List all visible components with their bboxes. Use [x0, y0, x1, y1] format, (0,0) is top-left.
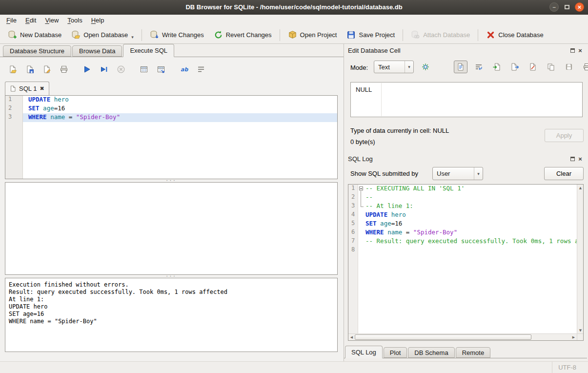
menu-file[interactable]: File — [2, 15, 21, 26]
stop-icon — [117, 65, 125, 74]
close-panel-button[interactable]: × — [576, 155, 584, 163]
menu-edit[interactable]: Edit — [21, 15, 41, 26]
word-wrap-button[interactable] — [194, 63, 208, 76]
mode-select[interactable]: Text ▾ — [374, 61, 414, 73]
tab-execute-sql[interactable]: Execute SQL — [123, 44, 174, 57]
open-sql-file-button[interactable] — [6, 63, 20, 76]
close-database-button[interactable]: Close Database — [481, 28, 548, 42]
log-horizontal-scrollbar[interactable]: ◀ ▶ — [348, 333, 583, 340]
import-cell-button[interactable] — [490, 61, 504, 73]
open-project-button[interactable]: Open Project — [283, 28, 342, 42]
write-changes-button[interactable]: Write Changes — [145, 28, 209, 42]
copy-cell-button[interactable] — [544, 61, 558, 73]
code-line: SET age=16 — [23, 104, 337, 113]
tab-remote[interactable]: Remote — [456, 347, 491, 358]
save-cell-button[interactable] — [562, 61, 576, 73]
menu-view[interactable]: View — [41, 15, 63, 26]
editor-results-splitter[interactable]: ··· — [5, 179, 338, 182]
log-code-area[interactable]: -- EXECUTING ALL IN 'SQL 1'---- At line … — [365, 185, 577, 333]
code-line: UPDATE hero — [23, 96, 337, 104]
results-grid[interactable] — [5, 182, 338, 275]
save-project-label: Save Project — [359, 31, 395, 39]
editor-line-number-gutter: 123 — [5, 96, 23, 179]
text-mode-button[interactable] — [454, 61, 467, 73]
save-sql-file-as-button[interactable] — [40, 63, 54, 76]
sql-tab-label: SQL 1 — [19, 85, 37, 92]
open-database-dropdown-arrow[interactable]: ▾ — [131, 35, 134, 40]
apply-button[interactable]: Apply — [545, 129, 584, 142]
print-cell-button[interactable] — [580, 61, 588, 73]
fold-collapse-icon[interactable] — [358, 185, 365, 193]
save-cell-icon — [565, 62, 573, 71]
open-sql-file-icon — [8, 65, 17, 74]
attach-database-button[interactable]: Attach Database — [406, 28, 475, 42]
save-sql-file-button[interactable] — [23, 63, 37, 76]
close-panel-button[interactable]: × — [576, 46, 584, 54]
clear-log-button[interactable]: Clear — [544, 167, 584, 180]
chevron-down-icon: ▾ — [474, 167, 483, 180]
main-toolbar: New Database Open Database ▾ Write Chang… — [0, 26, 588, 44]
export-cell-button[interactable] — [508, 61, 522, 73]
log-filter-select[interactable]: User ▾ — [432, 167, 483, 180]
fold-gutter-cell — [358, 220, 365, 228]
float-panel-button[interactable] — [568, 46, 576, 54]
results-message-splitter[interactable]: ··· — [5, 274, 338, 277]
maximize-button[interactable] — [562, 2, 571, 12]
format-sql-button[interactable]: ab — [177, 63, 191, 76]
open-results-button[interactable] — [137, 63, 151, 76]
word-wrap-button[interactable] — [472, 61, 486, 73]
revert-changes-button[interactable]: Revert Changes — [209, 28, 277, 42]
line-number: 3 — [5, 113, 22, 122]
tab-browse-data[interactable]: Browse Data — [72, 45, 122, 57]
scroll-up-icon[interactable]: ▲ — [577, 185, 583, 191]
scrollbar-track[interactable] — [355, 334, 570, 340]
scrollbar-track[interactable] — [577, 191, 583, 327]
close-sql-tab-icon[interactable]: ✖ — [40, 86, 44, 91]
execution-message-box[interactable]: Execution finished without errors. Resul… — [5, 278, 338, 352]
scroll-right-icon[interactable]: ▶ — [570, 334, 577, 340]
log-fold-gutter — [358, 185, 365, 333]
auto-switch-mode-button[interactable] — [419, 61, 432, 73]
tab-plot[interactable]: Plot — [384, 347, 407, 358]
stop-execution-button[interactable] — [114, 63, 128, 76]
print-sql-button[interactable] — [57, 63, 71, 76]
log-vertical-scrollbar[interactable]: ▲ ▼ — [577, 185, 583, 333]
word-wrap-icon — [197, 65, 205, 74]
menu-tools[interactable]: Tools — [63, 15, 86, 26]
set-null-button[interactable] — [526, 61, 540, 73]
execute-all-button[interactable] — [80, 63, 94, 76]
scroll-left-icon[interactable]: ◀ — [348, 334, 355, 340]
tab-database-structure[interactable]: Database Structure — [3, 45, 71, 57]
open-project-label: Open Project — [300, 31, 337, 39]
float-panel-button[interactable] — [568, 155, 576, 163]
cell-size-info: 0 byte(s) — [350, 138, 375, 145]
fold-gutter-cell — [358, 246, 365, 255]
sql-editor-tab[interactable]: SQL 1 ✖ — [5, 82, 49, 95]
close-database-icon — [486, 30, 495, 40]
save-project-button[interactable]: Save Project — [342, 28, 400, 42]
scroll-down-icon[interactable]: ▼ — [577, 327, 583, 333]
tab-sql-log[interactable]: SQL Log — [345, 346, 383, 358]
code-line: -- At line 1: — [365, 202, 577, 211]
menu-help[interactable]: Help — [87, 15, 109, 26]
tab-db-schema[interactable]: DB Schema — [408, 347, 454, 358]
sql-editor[interactable]: 123 UPDATE heroSET age=16WHERE name = "S… — [5, 95, 338, 179]
scrollbar-thumb[interactable] — [355, 334, 531, 340]
sql-log-view[interactable]: 12345678 -- EXECUTING ALL IN 'SQL 1'----… — [348, 184, 584, 341]
new-database-button[interactable]: New Database — [3, 28, 66, 42]
titlebar[interactable]: DB Browser for SQLite - /home/user/code/… — [0, 0, 588, 15]
cell-editor[interactable]: NULL — [350, 82, 583, 117]
minimize-button[interactable]: − — [549, 2, 559, 12]
export-results-button[interactable] — [154, 63, 168, 76]
execute-current-line-button[interactable] — [97, 63, 111, 76]
save-sql-file-icon — [25, 65, 34, 74]
panel-divider[interactable] — [344, 44, 344, 361]
encoding-indicator[interactable]: UTF-8 — [552, 362, 576, 373]
statusbar: UTF-8 — [0, 361, 588, 373]
sql-code-area[interactable]: UPDATE heroSET age=16WHERE name = "Spide… — [23, 96, 337, 179]
close-window-button[interactable]: × — [575, 2, 584, 12]
write-changes-label: Write Changes — [162, 31, 204, 39]
fold-gutter-cell — [358, 211, 365, 220]
fold-gutter-cell — [358, 237, 365, 246]
open-database-button[interactable]: Open Database ▾ — [66, 28, 139, 42]
